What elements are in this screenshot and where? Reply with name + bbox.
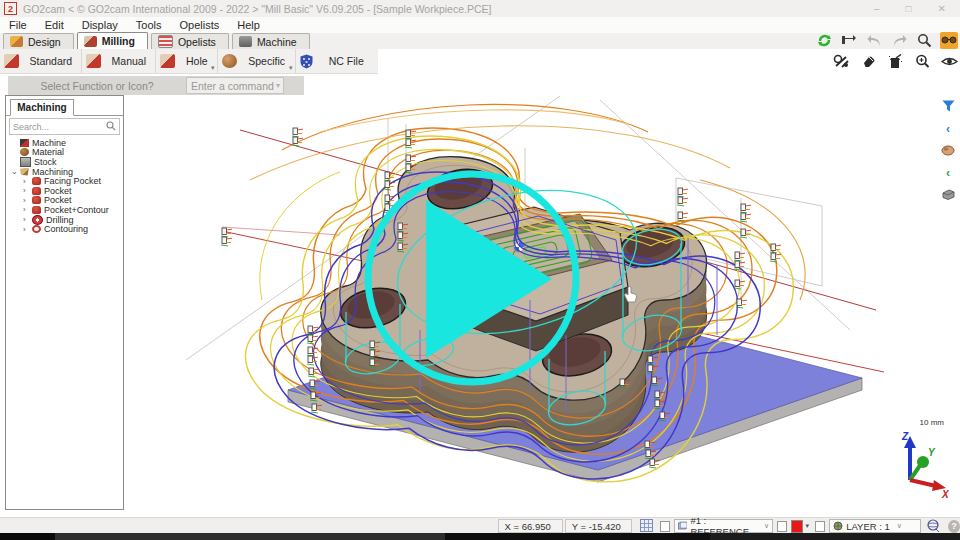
tab-machine[interactable]: Machine	[232, 33, 310, 49]
expand-icon[interactable]: ›	[23, 177, 29, 186]
entry-marker	[405, 155, 416, 164]
manual-button[interactable]: Manual	[82, 49, 156, 73]
collapse-green-icon[interactable]: ‹	[946, 168, 950, 178]
hole-button[interactable]: Hole ▾	[156, 49, 218, 73]
standard-button[interactable]: Standard	[0, 49, 82, 73]
design-icon	[10, 36, 23, 47]
close-button[interactable]: ✕	[938, 3, 946, 14]
menu-file[interactable]: File	[0, 19, 36, 31]
command-input[interactable]: Enter a command ▾	[186, 77, 284, 94]
reference-icon	[678, 521, 688, 531]
entry-marker	[677, 197, 688, 206]
magic-icon[interactable]	[886, 53, 904, 70]
tab-opelists[interactable]: Opelists	[151, 33, 229, 49]
entry-marker	[292, 128, 303, 137]
sync-icon[interactable]	[815, 32, 833, 49]
y-axis-label: Y	[928, 447, 936, 458]
redo-icon[interactable]	[890, 32, 908, 49]
glasses-icon[interactable]	[940, 32, 958, 49]
chevron-down-icon[interactable]: ▾	[289, 64, 293, 72]
visibility-icon[interactable]	[940, 53, 958, 70]
reference-checkbox[interactable]	[777, 521, 787, 532]
entry-marker	[677, 212, 688, 221]
material-icon	[20, 148, 29, 156]
color-swatch[interactable]	[791, 520, 803, 533]
reference-select[interactable]: #1 : REFERENCE∨	[674, 519, 773, 533]
axis-triad: Z Y X	[890, 428, 950, 500]
entry-marker	[677, 188, 688, 197]
menu-display[interactable]: Display	[73, 19, 127, 31]
machine-tools-icon[interactable]	[832, 53, 850, 70]
machining-scene	[125, 95, 960, 517]
tree-item-pocket-1[interactable]: ›Pocket	[6, 186, 123, 196]
machine-node-icon	[20, 139, 29, 147]
tab-design[interactable]: Design	[3, 33, 74, 49]
layer-icon	[833, 521, 843, 531]
tree-item-contouring[interactable]: ›Contouring	[6, 224, 123, 234]
contouring-icon	[32, 225, 41, 233]
expand-icon[interactable]: ›	[23, 205, 29, 214]
color-checkbox[interactable]	[815, 521, 825, 532]
tree-item-machine[interactable]: Machine	[6, 138, 123, 148]
machining-node-icon	[20, 168, 29, 176]
tree-item-material[interactable]: Material	[6, 148, 123, 158]
tree-item-drilling[interactable]: ›Drilling	[6, 215, 123, 225]
entry-marker	[384, 181, 395, 190]
pocket-icon	[32, 206, 41, 214]
entry-marker	[740, 213, 751, 222]
collapse-blue-icon[interactable]: ‹	[946, 124, 950, 134]
machining-panel: Machining Search... Machine Material Sto…	[5, 95, 124, 510]
menu-opelists[interactable]: Opelists	[170, 19, 228, 31]
grid-checkbox[interactable]	[660, 521, 670, 532]
undo-icon[interactable]	[865, 32, 883, 49]
specific-button[interactable]: Specific ▾	[218, 49, 296, 73]
help-icon[interactable]: ?	[948, 520, 960, 533]
tab-milling[interactable]: Milling	[77, 32, 148, 49]
restore-button[interactable]: □	[906, 3, 912, 14]
menu-help[interactable]: Help	[228, 19, 269, 31]
expand-icon[interactable]: ›	[23, 215, 29, 224]
chevron-down-icon[interactable]: ▾	[211, 64, 215, 72]
nc-file-button[interactable]: NC File	[296, 49, 378, 73]
filter-icon[interactable]	[942, 98, 955, 116]
caliper-icon[interactable]	[840, 32, 858, 49]
x-axis-label: X	[941, 489, 950, 500]
minimize-button[interactable]: –	[874, 3, 880, 14]
tab-machining-panel[interactable]: Machining	[10, 99, 74, 116]
menu-tools[interactable]: Tools	[127, 19, 171, 31]
expand-icon[interactable]: ›	[23, 186, 29, 195]
chevron-down-icon[interactable]: ▾	[276, 81, 283, 90]
tree-item-pocket-contour[interactable]: ›Pocket+Contour	[6, 205, 123, 215]
tree-item-facing-pocket[interactable]: ›Facing Pocket	[6, 176, 123, 186]
ribbon-toolbar: Standard Manual Hole ▾ Specific ▾ NC Fil…	[0, 49, 378, 74]
collapse-icon[interactable]: ⌄	[11, 167, 17, 176]
part-icon[interactable]	[941, 142, 955, 160]
menu-edit[interactable]: Edit	[36, 19, 73, 31]
search-icon	[106, 121, 116, 133]
view-sphere-icon[interactable]	[927, 519, 940, 534]
status-bar: X = 66.950 Y = -15.420 #1 : REFERENCE∨ ▾…	[0, 517, 960, 534]
manual-icon	[86, 54, 101, 68]
grid-icon[interactable]	[640, 519, 653, 534]
chevron-down-icon[interactable]: ▾	[805, 522, 809, 530]
tree-item-machining[interactable]: ⌄Machining	[6, 167, 123, 177]
pocket-icon	[32, 196, 41, 204]
z-axis-label: Z	[901, 431, 909, 442]
entry-marker	[221, 237, 232, 246]
expand-icon[interactable]: ›	[23, 225, 29, 234]
tree-item-stock[interactable]: Stock	[6, 157, 123, 167]
zoom-fit-icon[interactable]	[913, 53, 931, 70]
stock-box-icon[interactable]	[941, 186, 955, 204]
search-input[interactable]: Search...	[9, 118, 120, 135]
zoom-icon[interactable]	[915, 32, 933, 49]
expand-icon[interactable]: ›	[23, 196, 29, 205]
specific-icon	[222, 54, 237, 68]
eraser-icon[interactable]	[859, 53, 877, 70]
milling-icon	[84, 36, 97, 47]
tree-item-pocket-2[interactable]: ›Pocket	[6, 196, 123, 206]
3d-viewport[interactable]	[125, 95, 960, 517]
entry-marker	[405, 139, 416, 148]
layer-select[interactable]: LAYER : 1∨	[829, 519, 921, 533]
opelists-icon	[158, 35, 173, 48]
shield-icon	[300, 54, 313, 69]
